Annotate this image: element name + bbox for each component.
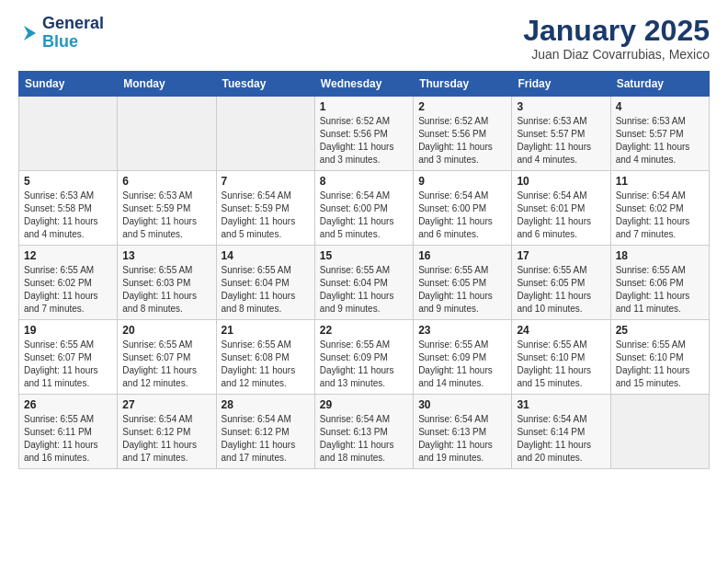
weekday-row: SundayMondayTuesdayWednesdayThursdayFrid… xyxy=(19,72,710,97)
calendar-cell: 3Sunrise: 6:53 AM Sunset: 5:57 PM Daylig… xyxy=(512,97,610,171)
day-number: 15 xyxy=(320,249,408,262)
weekday-header: Tuesday xyxy=(216,72,314,97)
cell-info: Sunrise: 6:55 AM Sunset: 6:04 PM Dayligh… xyxy=(222,264,310,316)
calendar-body: 1Sunrise: 6:52 AM Sunset: 5:56 PM Daylig… xyxy=(19,97,710,469)
calendar-week-row: 26Sunrise: 6:55 AM Sunset: 6:11 PM Dayli… xyxy=(19,395,710,469)
calendar-cell: 31Sunrise: 6:54 AM Sunset: 6:14 PM Dayli… xyxy=(512,395,610,469)
cell-info: Sunrise: 6:55 AM Sunset: 6:09 PM Dayligh… xyxy=(418,339,506,390)
cell-info: Sunrise: 6:54 AM Sunset: 6:13 PM Dayligh… xyxy=(418,413,506,465)
cell-info: Sunrise: 6:54 AM Sunset: 6:12 PM Dayligh… xyxy=(222,413,310,465)
page-header: General Blue January 2025 Juan Diaz Cova… xyxy=(18,15,710,62)
calendar-cell: 27Sunrise: 6:54 AM Sunset: 6:12 PM Dayli… xyxy=(118,395,216,469)
calendar-cell: 15Sunrise: 6:55 AM Sunset: 6:04 PM Dayli… xyxy=(314,246,413,320)
cell-info: Sunrise: 6:54 AM Sunset: 5:59 PM Dayligh… xyxy=(222,190,310,241)
calendar-cell: 24Sunrise: 6:55 AM Sunset: 6:10 PM Dayli… xyxy=(512,320,610,395)
logo-icon xyxy=(18,23,39,43)
day-number: 13 xyxy=(122,249,210,262)
cell-info: Sunrise: 6:53 AM Sunset: 5:57 PM Dayligh… xyxy=(517,115,605,167)
day-number: 22 xyxy=(320,324,408,337)
day-number: 24 xyxy=(517,324,605,337)
calendar-cell: 1Sunrise: 6:52 AM Sunset: 5:56 PM Daylig… xyxy=(314,97,413,171)
location-text: Juan Diaz Covarrubias, Mexico xyxy=(523,47,710,62)
calendar-cell xyxy=(19,97,118,171)
calendar-cell: 23Sunrise: 6:55 AM Sunset: 6:09 PM Dayli… xyxy=(414,320,512,395)
cell-info: Sunrise: 6:54 AM Sunset: 6:00 PM Dayligh… xyxy=(320,190,408,241)
cell-info: Sunrise: 6:54 AM Sunset: 6:14 PM Dayligh… xyxy=(517,413,605,465)
day-number: 6 xyxy=(122,175,210,188)
day-number: 12 xyxy=(24,249,112,262)
calendar-cell: 9Sunrise: 6:54 AM Sunset: 6:00 PM Daylig… xyxy=(414,171,512,246)
day-number: 2 xyxy=(418,100,506,113)
calendar-week-row: 12Sunrise: 6:55 AM Sunset: 6:02 PM Dayli… xyxy=(19,246,710,320)
cell-info: Sunrise: 6:55 AM Sunset: 6:07 PM Dayligh… xyxy=(24,339,112,390)
cell-info: Sunrise: 6:55 AM Sunset: 6:05 PM Dayligh… xyxy=(517,264,605,316)
cell-info: Sunrise: 6:55 AM Sunset: 6:02 PM Dayligh… xyxy=(24,264,112,316)
day-number: 14 xyxy=(222,249,310,262)
calendar-week-row: 5Sunrise: 6:53 AM Sunset: 5:58 PM Daylig… xyxy=(19,171,710,246)
day-number: 26 xyxy=(24,398,112,411)
calendar-cell: 22Sunrise: 6:55 AM Sunset: 6:09 PM Dayli… xyxy=(314,320,413,395)
cell-info: Sunrise: 6:55 AM Sunset: 6:11 PM Dayligh… xyxy=(24,413,112,465)
weekday-header: Monday xyxy=(118,72,216,97)
calendar-cell: 6Sunrise: 6:53 AM Sunset: 5:59 PM Daylig… xyxy=(118,171,216,246)
cell-info: Sunrise: 6:55 AM Sunset: 6:06 PM Dayligh… xyxy=(616,264,704,316)
weekday-header: Wednesday xyxy=(314,72,413,97)
cell-info: Sunrise: 6:55 AM Sunset: 6:03 PM Dayligh… xyxy=(122,264,210,316)
day-number: 30 xyxy=(418,398,506,411)
cell-info: Sunrise: 6:55 AM Sunset: 6:10 PM Dayligh… xyxy=(517,339,605,390)
logo: General Blue xyxy=(18,15,104,52)
calendar-cell: 10Sunrise: 6:54 AM Sunset: 6:01 PM Dayli… xyxy=(512,171,610,246)
day-number: 17 xyxy=(517,249,605,262)
calendar-cell: 16Sunrise: 6:55 AM Sunset: 6:05 PM Dayli… xyxy=(414,246,512,320)
cell-info: Sunrise: 6:55 AM Sunset: 6:10 PM Dayligh… xyxy=(616,339,704,390)
day-number: 5 xyxy=(24,175,112,188)
calendar-cell: 25Sunrise: 6:55 AM Sunset: 6:10 PM Dayli… xyxy=(610,320,709,395)
weekday-header: Thursday xyxy=(414,72,512,97)
day-number: 25 xyxy=(616,324,704,337)
cell-info: Sunrise: 6:53 AM Sunset: 5:58 PM Dayligh… xyxy=(24,190,112,241)
day-number: 7 xyxy=(222,175,310,188)
calendar-cell: 5Sunrise: 6:53 AM Sunset: 5:58 PM Daylig… xyxy=(19,171,118,246)
calendar-cell: 21Sunrise: 6:55 AM Sunset: 6:08 PM Dayli… xyxy=(216,320,314,395)
calendar-cell xyxy=(610,395,709,469)
calendar-cell: 26Sunrise: 6:55 AM Sunset: 6:11 PM Dayli… xyxy=(19,395,118,469)
weekday-header: Sunday xyxy=(19,72,118,97)
cell-info: Sunrise: 6:53 AM Sunset: 5:59 PM Dayligh… xyxy=(122,190,210,241)
calendar-header: SundayMondayTuesdayWednesdayThursdayFrid… xyxy=(19,72,710,97)
cell-info: Sunrise: 6:54 AM Sunset: 6:13 PM Dayligh… xyxy=(320,413,408,465)
cell-info: Sunrise: 6:54 AM Sunset: 6:00 PM Dayligh… xyxy=(418,190,506,241)
cell-info: Sunrise: 6:55 AM Sunset: 6:05 PM Dayligh… xyxy=(418,264,506,316)
calendar-week-row: 1Sunrise: 6:52 AM Sunset: 5:56 PM Daylig… xyxy=(19,97,710,171)
calendar-cell: 8Sunrise: 6:54 AM Sunset: 6:00 PM Daylig… xyxy=(314,171,413,246)
cell-info: Sunrise: 6:53 AM Sunset: 5:57 PM Dayligh… xyxy=(616,115,704,167)
day-number: 18 xyxy=(616,249,704,262)
calendar-week-row: 19Sunrise: 6:55 AM Sunset: 6:07 PM Dayli… xyxy=(19,320,710,395)
day-number: 11 xyxy=(616,175,704,188)
cell-info: Sunrise: 6:55 AM Sunset: 6:08 PM Dayligh… xyxy=(222,339,310,390)
calendar-cell: 14Sunrise: 6:55 AM Sunset: 6:04 PM Dayli… xyxy=(216,246,314,320)
day-number: 9 xyxy=(418,175,506,188)
cell-info: Sunrise: 6:55 AM Sunset: 6:07 PM Dayligh… xyxy=(122,339,210,390)
cell-info: Sunrise: 6:52 AM Sunset: 5:56 PM Dayligh… xyxy=(418,115,506,167)
calendar-cell: 7Sunrise: 6:54 AM Sunset: 5:59 PM Daylig… xyxy=(216,171,314,246)
calendar-cell: 18Sunrise: 6:55 AM Sunset: 6:06 PM Dayli… xyxy=(610,246,709,320)
day-number: 21 xyxy=(222,324,310,337)
day-number: 20 xyxy=(122,324,210,337)
calendar-cell xyxy=(118,97,216,171)
calendar-cell: 2Sunrise: 6:52 AM Sunset: 5:56 PM Daylig… xyxy=(414,97,512,171)
day-number: 31 xyxy=(517,398,605,411)
day-number: 29 xyxy=(320,398,408,411)
month-title: January 2025 xyxy=(523,15,710,47)
calendar-cell: 17Sunrise: 6:55 AM Sunset: 6:05 PM Dayli… xyxy=(512,246,610,320)
calendar-cell: 4Sunrise: 6:53 AM Sunset: 5:57 PM Daylig… xyxy=(610,97,709,171)
day-number: 27 xyxy=(122,398,210,411)
day-number: 4 xyxy=(616,100,704,113)
day-number: 3 xyxy=(517,100,605,113)
cell-info: Sunrise: 6:55 AM Sunset: 6:04 PM Dayligh… xyxy=(320,264,408,316)
day-number: 16 xyxy=(418,249,506,262)
calendar-cell: 19Sunrise: 6:55 AM Sunset: 6:07 PM Dayli… xyxy=(19,320,118,395)
day-number: 28 xyxy=(222,398,310,411)
title-block: January 2025 Juan Diaz Covarrubias, Mexi… xyxy=(523,15,710,62)
calendar-table: SundayMondayTuesdayWednesdayThursdayFrid… xyxy=(18,71,710,469)
cell-info: Sunrise: 6:54 AM Sunset: 6:12 PM Dayligh… xyxy=(122,413,210,465)
